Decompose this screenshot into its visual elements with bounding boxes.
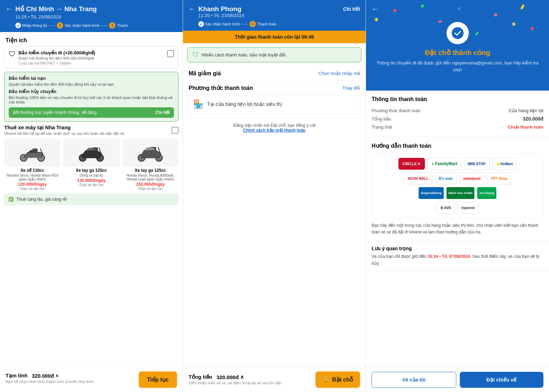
book-button[interactable]: 🔒 Đặt chỗ [315, 371, 360, 388]
book-label: Đặt chỗ [332, 376, 353, 383]
discount-label: Mã giảm giá [189, 70, 221, 77]
store-thegioidien: thegioididong [419, 187, 443, 199]
store-vinmart: ⭐VinMart [492, 158, 517, 170]
consent-link[interactable]: Chính sách bảo mật thanh toán [243, 128, 305, 133]
info-row-1: Phương thức thanh toán Cửa hàng tiện lợi [372, 107, 543, 115]
moto-card-2: Xe tay ga 125cc Dòng xe bất kỳ 130.000đ/… [63, 139, 119, 191]
success-check-icon [447, 22, 469, 44]
panel-1: ← Hồ Chí Minh → Nha Trang 11:25 • T6, 23… [0, 0, 183, 392]
store-fptshop: FPT Shop [487, 172, 511, 184]
note-before: Vé của bạn chỉ được giữ đến [372, 254, 427, 259]
insurance-checkbox[interactable] [167, 50, 174, 57]
back-arrow-1[interactable]: ← [6, 5, 13, 13]
moto-name-2: Xe tay ga 125cc [63, 168, 119, 173]
panel2-header-row: ← Khanh Phong Chi tiết [189, 5, 360, 13]
moto-card-3: Xe tay ga 125cc Honda Vision, Honda AirB… [122, 139, 178, 191]
motorbike-subtitle: Vexere sẽ liên hệ lại để xác nhận dịch v… [4, 131, 125, 136]
back-arrow-3[interactable]: ← [372, 5, 543, 13]
security-text: Nhiều cách thanh toán, bảo mật tuyệt đối… [201, 52, 287, 57]
panel2-body: 🛡 Nhiều cách thanh toán, bảo mật tuyệt đ… [183, 43, 366, 367]
insurance-footer-label: Bồi thường trực tuyến nhanh chóng, dễ dà… [13, 110, 97, 115]
panel1-subtitle: 11:25 • T6, 23/08/2024 [15, 14, 177, 20]
book-return-button[interactable]: Đặt chiều về [460, 372, 544, 388]
store-topzone: topzone [458, 202, 479, 214]
panel2-header: ← Khanh Phong Chi tiết 11:25 • T6, 23/08… [183, 0, 366, 31]
countdown-bar: Thời gian thanh toán còn lại 09:49 [183, 31, 366, 43]
store-ankhang: An Khang [477, 187, 496, 199]
panel1-footer-left: Tạm tính 320.000đ ∧ Bạn sẽ chọn hình thứ… [6, 372, 135, 384]
p2-step2-circle: 6 [250, 21, 256, 27]
total-label-1: Tạm tính [6, 372, 28, 379]
info-value-2: 320.000đ [523, 116, 543, 122]
discount-row: Mã giảm giá Chọn hoặc nhập mã [189, 70, 360, 77]
info-label-2: Tổng tiền [372, 116, 391, 122]
store-icon: 🏪 [193, 99, 204, 109]
info-row-2: Tổng tiền 320.000đ [372, 115, 543, 123]
step1-done: Nhập thông tin [15, 23, 47, 28]
info-value-3: Chưa thanh toán [508, 124, 543, 130]
payment-change-link[interactable]: Thay đổi [342, 85, 360, 91]
insurance-detail-link[interactable]: Chi tiết [155, 110, 170, 115]
success-content: Đặt chỗ thành công Thông tin chuyến đi đ… [372, 15, 543, 73]
moto-deliver-3: Giao xe tận nơi [122, 187, 178, 191]
guide-text: Bạn hãy đến một trong các cửa hàng hoặc … [372, 222, 543, 236]
insurance-desc: Được bồi thường lên đến 400.000.000đ/ghế… [18, 56, 95, 61]
moto-name-3: Xe tay ga 125cc [122, 168, 178, 173]
moto-deliver-2: Giao xe tận nơi [63, 183, 119, 187]
total-caret-1[interactable]: ∧ [55, 373, 59, 378]
moto-img-1 [4, 139, 60, 167]
step-dash-2 [101, 25, 108, 26]
motorbike-cards: Xe số 110cc Yamaha Sirius, Honda Wave RS… [4, 139, 178, 191]
continue-button[interactable]: Tiếp tục [139, 371, 177, 388]
shield-icon: 🛡 [9, 50, 16, 58]
info-row-3: Trạng thái Chưa thanh toán [372, 123, 543, 131]
store-logos-grid: CIRCLE K ● FamilyMart MINI STOP ⭐VinMart… [372, 153, 543, 218]
p2-step1-done: Xác nhận hành trình [198, 21, 240, 27]
step2-label: Xác nhận hành trình [64, 23, 99, 28]
consent-text: Bằng việc nhấn nút Đặt chỗ, bạn đồng ý v… [234, 123, 315, 128]
store-bsmart: B's mart [435, 172, 457, 184]
security-banner: 🛡 Nhiều cách thanh toán, bảo mật tuyệt đ… [187, 47, 361, 62]
panel1-total: Tạm tính 320.000đ ∧ [6, 372, 135, 379]
store-viettelpost: viettelpost [459, 172, 485, 184]
total-amount-1: 320.000đ [32, 373, 54, 379]
store-circlek: CIRCLE K [398, 158, 425, 170]
rent-promo-text: Thuê càng lâu, giá càng rẻ! [16, 197, 67, 202]
store-row-1: CIRCLE K ● FamilyMart MINI STOP ⭐VinMart [376, 158, 539, 170]
panel1-header: ← Hồ Chí Minh → Nha Trang 11:25 • T6, 23… [0, 0, 183, 32]
payment-info-title: Thông tin thanh toán [372, 96, 543, 102]
panel-2: ← Khanh Phong Chi tiết 11:25 • T6, 23/08… [183, 0, 366, 392]
store-aeon: AEON MALL [404, 172, 432, 184]
insurance-title: Bảo hiểm chuyến đi (+20.000đ/ghế) [18, 50, 95, 55]
p2-step1-check [198, 21, 204, 27]
panel1-steps: Nhập thông tin 5 Xác nhận hành trình 6 T… [15, 22, 177, 29]
note-text: Vé của bạn chỉ được giữ đến 16:34 • T4, … [372, 253, 543, 267]
success-subtitle: Thông tin chuyến đi đã được gửi đến nguy… [372, 60, 543, 73]
store-bachhoaxanh: Bách hóa XANH [447, 187, 475, 199]
insurance-brand: Cung cấp bởi BAOVIET × Saladin [18, 61, 95, 65]
insurance-header: 🛡 Bảo hiểm chuyến đi (+20.000đ/ghế) Được… [5, 47, 178, 69]
motorbike-checkbox[interactable] [171, 127, 178, 134]
panel-3: ← Đặt chỗ thành công Thông tin chuyến đi… [366, 0, 549, 392]
panel3-header: ← Đặt chỗ thành công Thông tin chuyến đi… [366, 0, 549, 91]
motorbike-title: Thuê xe máy tại Nha Trang [4, 124, 125, 131]
panel2-footer: Tổng tiền 320.000đ ∧ Sớm nhận biển số xe… [183, 367, 366, 392]
store-ava: ⚙ AVA [436, 202, 455, 214]
panel1-title: Hồ Chí Minh → Nha Trang [15, 5, 97, 13]
panel1-footer: Tạm tính 320.000đ ∧ Bạn sẽ chọn hình thứ… [0, 364, 183, 392]
consent-section: Bằng việc nhấn nút Đặt chỗ, bạn đồng ý v… [183, 118, 366, 138]
note-highlight: 16:34 • T4, 07/08/2024 [427, 254, 470, 259]
payment-title: Phương thức thanh toán [189, 85, 253, 91]
moto-img-3 [122, 139, 178, 167]
detail-link[interactable]: Chi tiết [343, 6, 360, 12]
ins-accident-desc: Quyền lợi bảo hiểm lên đến 400 triệu đồn… [9, 82, 174, 87]
insurance-green-box: Bảo hiểm tai nạn Quyền lợi bảo hiểm lên … [4, 72, 178, 122]
my-tickets-button[interactable]: Vé của tôi [372, 372, 456, 388]
p2-total-caret[interactable]: ∧ [240, 374, 244, 380]
info-value-1: Cửa hàng tiện lợi [509, 108, 543, 113]
step-dash-1 [48, 25, 55, 26]
discount-link[interactable]: Chọn hoặc nhập mã [319, 71, 360, 76]
back-arrow-2[interactable]: ← [189, 5, 196, 13]
guide-section: Hướng dẫn thanh toán CIRCLE K ● FamilyMa… [366, 137, 549, 241]
moto-name-1: Xe số 110cc [4, 168, 60, 173]
